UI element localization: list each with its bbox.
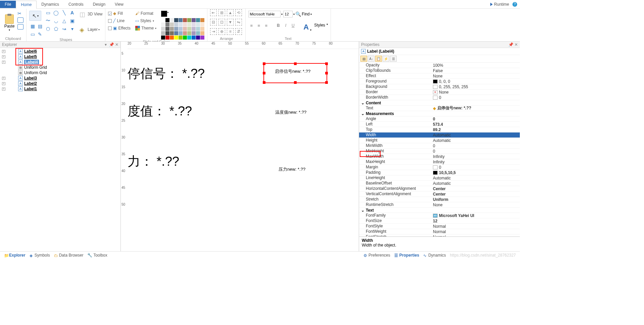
sb-symbols[interactable]: ◈Symbols [28,253,52,258]
group-icon[interactable]: ⊞ [218,9,225,16]
align-left-icon[interactable]: ⇤ [210,9,217,16]
tab-file[interactable]: File [0,1,16,8]
prop-row[interactable]: Margin0 [359,165,520,170]
distribute-icon[interactable]: ⊕ [218,28,225,35]
color-swatch[interactable] [179,36,183,40]
font-family-input[interactable] [248,11,281,17]
bring-front-icon[interactable]: ▲ [227,9,234,16]
align-text-center[interactable]: ≡ [256,23,262,28]
effects-check[interactable]: ▣Effects [108,25,130,31]
color-swatch[interactable] [192,22,196,26]
prop-row[interactable]: Padding10,5,10,5 [359,170,520,175]
prop-row[interactable]: HorizontalContentAlignmentCenter [359,186,520,192]
color-swatch[interactable] [170,31,174,35]
sb-databrowser[interactable]: 🗀Data Browser [52,253,86,258]
line-shape[interactable]: ╲ [61,9,67,16]
image-shape[interactable]: ▣ [69,17,76,24]
styles-button-1[interactable]: ▭Styles▾ [135,18,156,23]
color-swatch[interactable] [179,18,183,22]
arrow-shape[interactable]: ↝ [61,25,67,32]
prop-row[interactable]: Foreground0, 0, 0 [359,79,520,84]
tree-item[interactable]: +ALabel5 [1,54,119,59]
sb-explorer[interactable]: 📁Explorer [2,253,28,258]
tree-item[interactable]: +ALabel2 [1,81,119,86]
underline-button[interactable]: U [290,23,296,28]
color-swatch[interactable] [174,27,178,31]
color-swatch[interactable] [200,36,204,40]
color-swatch[interactable] [183,31,187,35]
ellipse-shape[interactable]: ◯ [53,9,59,16]
align-icon[interactable]: ▤ [37,23,43,30]
prop-row[interactable]: FontStretchNormal [359,234,520,236]
prop-row[interactable]: Angle0 [359,116,520,122]
color-swatch[interactable] [183,22,187,26]
color-swatch[interactable] [183,36,187,40]
tab-view[interactable]: View [110,1,128,8]
color-swatch[interactable] [170,36,174,40]
prop-category[interactable]: ⌄Content [359,100,520,106]
prop-row[interactable]: MinWidth0 [359,143,520,149]
tree-item[interactable]: +ALabel6 [1,49,119,54]
color-palette[interactable] [161,18,204,40]
color-swatch[interactable] [179,22,183,26]
rotate-icon[interactable]: ⟲ [235,9,242,16]
align-text-left[interactable]: ≡ [248,23,254,28]
prop-row[interactable]: FontStyleNormal [359,224,520,229]
prop-category[interactable]: ⌄Measurements [359,111,520,116]
tab-dynamics[interactable]: Dynamics [37,1,64,8]
categorized-icon[interactable]: ▤ [360,56,367,62]
color-swatch[interactable] [200,18,204,22]
runtime-button[interactable]: Runtime ? [490,2,517,7]
find-icon[interactable]: 🔍 [295,11,301,17]
prop-row[interactable]: RuntimeStretchNone [359,202,520,208]
3d-view-button[interactable]: ◫3D View [80,11,102,17]
color-swatch[interactable] [174,22,178,26]
canvas-label-1[interactable]: 停信号： *.?? [128,65,205,82]
color-swatch[interactable] [165,18,169,22]
grid-icon[interactable]: ▦ [29,23,36,30]
path-shape[interactable]: △ [61,17,67,24]
font-color-icon[interactable]: A [303,23,309,32]
color-swatch[interactable] [196,27,200,31]
align-center-icon[interactable]: ⊟ [210,19,217,25]
color-swatch[interactable] [200,22,204,26]
color-swatch[interactable] [196,36,200,40]
explorer-tree[interactable]: +ALabel6+ALabel5+ALabel4▦Uniform Grid▦Un… [0,48,120,251]
color-swatch[interactable] [179,31,183,35]
color-swatch[interactable] [196,18,200,22]
prop-row[interactable]: EffectNone [359,73,520,79]
prop-category[interactable]: ⌄Text [359,208,520,213]
color-swatch[interactable] [183,27,187,31]
color-swatch[interactable] [192,36,196,40]
prop-row[interactable]: Left573.4 [359,122,520,127]
color-swatch[interactable] [165,27,169,31]
flip-v-icon[interactable]: ⇵ [235,28,242,35]
pen-tool[interactable]: ✎ [37,31,43,38]
color-swatch[interactable] [161,22,165,26]
theme-button[interactable]: Theme▾ [135,25,156,31]
color-swatch[interactable] [165,36,169,40]
color-swatch[interactable] [165,22,169,26]
flip-h-icon[interactable]: ⇋ [235,19,242,25]
rect-shape[interactable]: ▭ [45,9,51,16]
prop-row[interactable]: MaxHeightInfinity [359,159,520,165]
tab-home[interactable]: Home [16,1,37,9]
color-swatch[interactable] [174,31,178,35]
color-swatch[interactable] [200,27,204,31]
prop-row[interactable]: StretchUniform [359,197,520,202]
property-grid[interactable]: Opacity100%ClipToBoundsFalseEffectNoneFo… [359,63,520,236]
alpha-sort-icon[interactable]: A↓ [368,56,375,62]
star-shape[interactable]: ⬠ [53,25,59,32]
prop-row[interactable]: MinHeight0 [359,149,520,154]
tree-item[interactable]: +ALabel3 [1,75,119,81]
prop-row[interactable]: LineHeightAutomatic [359,175,520,181]
color-swatch[interactable] [161,18,165,22]
sb-preferences[interactable]: ⚙Preferences [361,253,392,258]
arc-shape[interactable]: ◡ [53,17,59,24]
color-swatch[interactable] [187,22,191,26]
tab-controls[interactable]: Controls [64,1,88,8]
poly-shape[interactable]: ⬡ [45,25,51,32]
color-swatch[interactable] [170,22,174,26]
tree-item[interactable]: ▦Uniform Grid [1,65,119,70]
prop-row[interactable]: Text◆启停信号new: *.?? [359,106,520,111]
